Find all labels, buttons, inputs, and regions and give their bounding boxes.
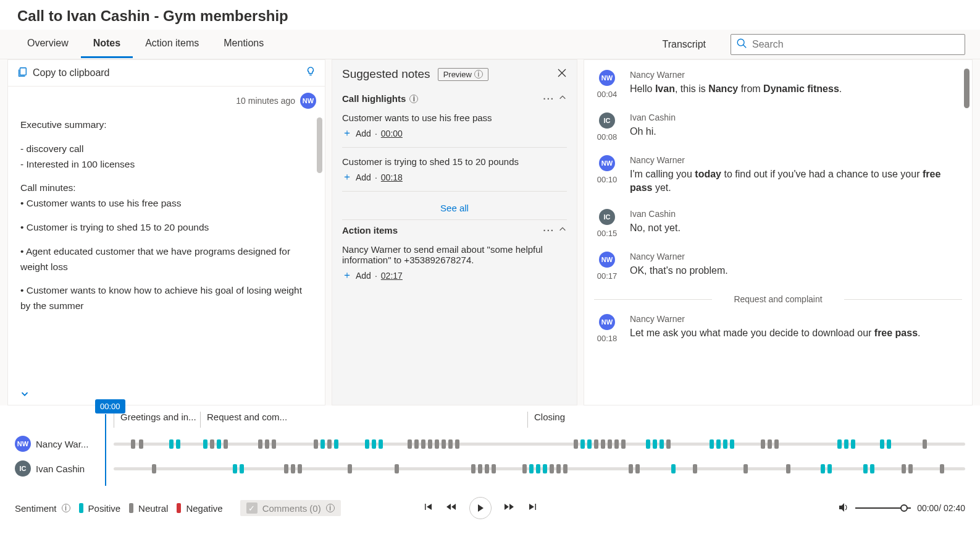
tab-action-items[interactable]: Action items [133, 30, 211, 58]
sentiment-tick[interactable] [492, 464, 496, 473]
forward-icon[interactable] [504, 502, 515, 514]
timeline-cursor[interactable] [105, 414, 106, 486]
more-icon[interactable]: ··· [543, 225, 555, 235]
sentiment-tick[interactable] [870, 464, 874, 473]
copy-to-clipboard[interactable]: Copy to clipboard [33, 67, 305, 78]
sentiment-tick[interactable] [327, 439, 332, 449]
sentiment-tick[interactable] [851, 439, 855, 449]
sentiment-tick[interactable] [743, 464, 748, 473]
transcript-timestamp[interactable]: 00:17 [594, 271, 620, 281]
scrollbar-thumb[interactable] [317, 117, 322, 173]
sentiment-tick[interactable] [887, 439, 891, 449]
more-icon[interactable]: ··· [543, 93, 555, 104]
notes-body[interactable]: Executive summary:- discovery call- Inte… [8, 109, 325, 405]
transcript-timestamp[interactable]: 00:08 [594, 132, 620, 142]
volume-thumb[interactable] [900, 504, 908, 512]
rewind-icon[interactable] [446, 502, 457, 514]
timestamp-link[interactable]: 00:00 [381, 129, 403, 138]
sentiment-tick[interactable] [348, 464, 352, 473]
transcript-timestamp[interactable]: 00:18 [594, 334, 620, 343]
sentiment-tick[interactable] [455, 439, 459, 449]
timestamp-link[interactable]: 02:17 [381, 271, 403, 281]
search-input[interactable] [752, 39, 960, 50]
sentiment-tick[interactable] [827, 464, 832, 473]
info-icon[interactable]: i [409, 95, 418, 103]
sentiment-tick[interactable] [152, 464, 156, 473]
sentiment-tick[interactable] [478, 464, 482, 473]
sentiment-tick[interactable] [435, 439, 439, 449]
play-button[interactable] [469, 497, 492, 519]
sentiment-tick[interactable] [233, 464, 237, 473]
close-icon[interactable] [557, 68, 567, 80]
sentiment-tick[interactable] [421, 439, 425, 449]
sentiment-tick[interactable] [210, 439, 214, 449]
sentiment-tick[interactable] [485, 464, 489, 473]
sentiment-tick[interactable] [710, 439, 714, 449]
preview-badge[interactable]: Preview i [438, 68, 488, 81]
sentiment-tick[interactable] [580, 439, 585, 449]
sentiment-tick[interactable] [176, 439, 180, 449]
sentiment-tick[interactable] [863, 464, 868, 473]
sentiment-tick[interactable] [240, 464, 244, 473]
plus-icon[interactable]: ＋ [342, 127, 352, 140]
sentiment-tick[interactable] [666, 439, 671, 449]
sentiment-tick[interactable] [761, 439, 765, 449]
sentiment-tick[interactable] [471, 464, 475, 473]
sentiment-tick[interactable] [601, 439, 605, 449]
sentiment-tick[interactable] [880, 439, 884, 449]
sentiment-tick[interactable] [258, 439, 262, 449]
sentiment-tick[interactable] [923, 439, 927, 449]
sentiment-tick[interactable] [203, 439, 207, 449]
sentiment-tick[interactable] [448, 439, 453, 449]
track-line[interactable] [114, 443, 965, 446]
sentiment-tick[interactable] [653, 439, 657, 449]
scrollbar-thumb[interactable] [964, 69, 970, 108]
sentiment-tick[interactable] [844, 439, 848, 449]
sentiment-tick[interactable] [372, 439, 376, 449]
lightbulb-icon[interactable] [305, 66, 316, 80]
sentiment-tick[interactable] [379, 439, 383, 449]
comments-button[interactable]: ✓ Comments (0) i [240, 500, 341, 516]
transcript-timestamp[interactable]: 00:15 [594, 229, 620, 238]
sentiment-tick[interactable] [693, 464, 697, 473]
plus-icon[interactable]: ＋ [342, 269, 352, 282]
sentiment-tick[interactable] [334, 439, 338, 449]
sentiment-tick[interactable] [365, 439, 369, 449]
sentiment-tick[interactable] [291, 464, 295, 473]
transcript-timestamp[interactable]: 00:04 [594, 90, 620, 99]
sentiment-tick[interactable] [629, 464, 633, 473]
plus-icon[interactable]: ＋ [342, 171, 352, 184]
sentiment-tick[interactable] [395, 464, 399, 473]
sentiment-tick[interactable] [730, 439, 734, 449]
sentiment-tick[interactable] [608, 439, 612, 449]
sentiment-tick[interactable] [646, 439, 650, 449]
volume-icon[interactable] [838, 502, 849, 515]
chevron-down-icon[interactable] [19, 388, 30, 402]
sentiment-tick[interactable] [563, 464, 567, 473]
sentiment-tick[interactable] [224, 439, 228, 449]
chevron-up-icon[interactable] [558, 225, 567, 235]
sentiment-tick[interactable] [908, 464, 913, 473]
sentiment-tick[interactable] [265, 439, 269, 449]
sentiment-tick[interactable] [442, 439, 446, 449]
sentiment-tick[interactable] [621, 439, 626, 449]
sentiment-tick[interactable] [902, 464, 906, 473]
sentiment-tick[interactable] [131, 439, 135, 449]
sentiment-tick[interactable] [671, 464, 676, 473]
sentiment-tick[interactable] [284, 464, 288, 473]
chevron-up-icon[interactable] [558, 93, 567, 104]
sentiment-tick[interactable] [556, 464, 561, 473]
tab-mentions[interactable]: Mentions [211, 30, 276, 58]
sentiment-tick[interactable] [723, 439, 727, 449]
sentiment-tick[interactable] [543, 464, 547, 473]
add-button[interactable]: Add [356, 271, 371, 281]
sentiment-tick[interactable] [716, 439, 721, 449]
copy-icon[interactable] [17, 66, 28, 80]
track-line[interactable] [114, 467, 965, 470]
add-button[interactable]: Add [356, 172, 371, 182]
timestamp-link[interactable]: 00:18 [381, 172, 403, 182]
info-icon[interactable]: i [62, 504, 70, 512]
sentiment-tick[interactable] [408, 439, 412, 449]
sentiment-tick[interactable] [940, 464, 944, 473]
sentiment-tick[interactable] [414, 439, 419, 449]
